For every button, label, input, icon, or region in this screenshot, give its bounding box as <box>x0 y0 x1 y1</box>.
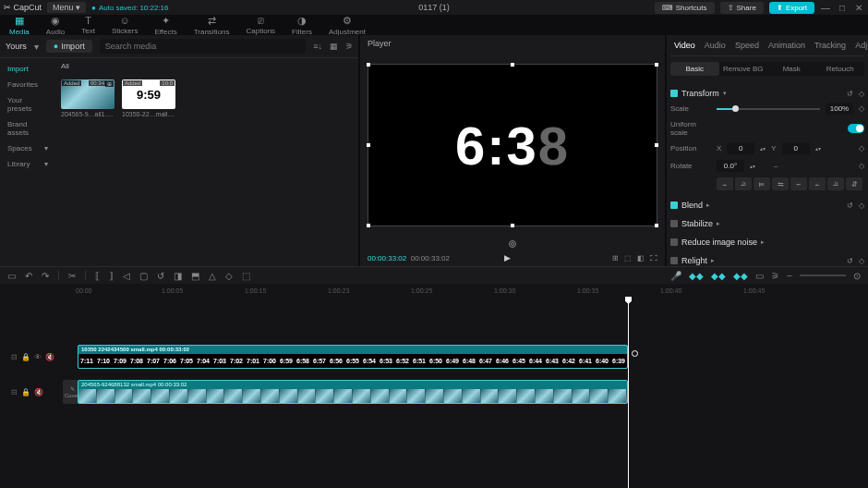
uniform-scale-toggle[interactable] <box>848 124 864 133</box>
zoom-slider[interactable] <box>800 274 846 276</box>
tab-adjustment[interactable]: ⚙Adjustment <box>325 13 369 38</box>
zoom-out-icon[interactable]: − <box>787 271 792 281</box>
maximize-icon[interactable]: □ <box>837 3 848 13</box>
trim-left-icon[interactable]: ⟦ <box>95 271 100 281</box>
tracks-area[interactable]: ⊟🔒👁🔇 10350 2242434500 small.mp4 00:00:33… <box>0 297 868 488</box>
align-right-icon[interactable]: ⫢ <box>753 177 770 190</box>
ratio-icon[interactable]: ⬚ <box>624 254 632 262</box>
pos-x-input[interactable]: 0 <box>727 142 754 154</box>
align-top-icon[interactable]: ⫟ <box>790 177 807 190</box>
timeline-clip[interactable]: 204565-924688132 small.mp4 00:00:33:02 <box>78 380 628 404</box>
checkbox-icon[interactable] <box>670 220 678 227</box>
mic-icon[interactable]: 🎤 <box>670 271 681 281</box>
collapse-icon[interactable]: ⊟ <box>11 388 18 396</box>
sidebar-item-spaces[interactable]: Spaces▾ <box>4 141 52 155</box>
relight-section[interactable]: Relight▸↺◇ <box>670 254 864 266</box>
tab-captions[interactable]: ⎚Captions <box>243 13 280 37</box>
scale-slider[interactable] <box>717 108 820 110</box>
transition-handle[interactable] <box>632 350 638 357</box>
resize-handle[interactable] <box>367 143 370 147</box>
align-bottom-icon[interactable]: ⫡ <box>827 177 844 190</box>
delete-left-icon[interactable]: ◁ <box>123 271 130 281</box>
preview-icon[interactable]: ▭ <box>755 271 764 281</box>
subtab-mask[interactable]: Mask <box>767 62 816 76</box>
mirror-icon[interactable]: ◨ <box>174 271 182 281</box>
blend-section[interactable]: Blend▸↺◇ <box>670 199 864 212</box>
magnet-main-icon[interactable]: ◆◆ <box>689 271 704 281</box>
resize-handle[interactable] <box>367 224 370 227</box>
inspector-tab-audio[interactable]: Audio <box>705 41 726 50</box>
grid-view-icon[interactable]: ▦ <box>330 42 338 51</box>
fullscreen-icon[interactable]: ⛶ <box>650 254 657 262</box>
filter-icon[interactable]: ⚞ <box>345 42 353 51</box>
mute-icon[interactable]: 🔇 <box>34 388 43 396</box>
share-button[interactable]: ⇪ Share <box>720 2 764 14</box>
sidebar-item-favorites[interactable]: Favorites <box>4 78 52 92</box>
timeline-ruler[interactable]: 00:00 1:00:05 1:00:15 1:00:23 1:00:25 1:… <box>0 284 868 297</box>
pos-y-input[interactable]: 0 <box>782 142 810 154</box>
minimize-icon[interactable]: — <box>820 3 831 13</box>
resize-handle[interactable] <box>655 63 658 67</box>
media-clip[interactable]: Added⊕00:34 204565-9…all1.mp4 <box>61 79 115 117</box>
timeline-clip[interactable]: 10350 2242434500 small.mp4 00:00:33:02 7… <box>78 345 628 369</box>
tab-audio[interactable]: ◉Audio <box>42 13 68 38</box>
trim-right-icon[interactable]: ⟧ <box>109 271 114 281</box>
inspector-tab-video[interactable]: Video <box>674 41 695 50</box>
freeze-icon[interactable]: ▢ <box>139 271 148 281</box>
import-button[interactable]: ●Import <box>46 40 92 53</box>
tab-text[interactable]: TText <box>78 13 99 37</box>
checkbox-icon[interactable] <box>670 257 678 264</box>
transform-tool-icon[interactable]: ⬚ <box>242 271 250 281</box>
stabilize-section[interactable]: Stabilize▸ <box>670 217 864 230</box>
keyframe-icon[interactable]: ◇ <box>859 144 864 152</box>
inspector-tab-animation[interactable]: Animation <box>768 41 805 50</box>
link-icon[interactable]: ◆◆ <box>733 271 748 281</box>
resize-handle[interactable] <box>367 63 370 67</box>
tab-transitions[interactable]: ⇄Transitions <box>190 13 234 38</box>
resize-handle[interactable] <box>655 224 658 227</box>
zoom-in-icon[interactable]: ⊙ <box>853 271 861 281</box>
reset-icon[interactable]: ↺ <box>847 201 853 210</box>
subtab-basic[interactable]: Basic <box>670 62 719 76</box>
add-icon[interactable]: ⊕ <box>105 80 114 87</box>
yours-filter[interactable]: Yours <box>6 42 27 51</box>
sort-icon[interactable]: ≡↓ <box>313 42 322 51</box>
flip-h-icon[interactable]: ⇋ <box>772 177 789 190</box>
redo-icon[interactable]: ↷ <box>42 271 49 281</box>
scale-value[interactable]: 100% <box>826 103 853 115</box>
split-icon[interactable]: ✂ <box>68 271 76 281</box>
reset-icon[interactable]: ↺ <box>847 257 853 265</box>
export-button[interactable]: ⬆ Export <box>769 2 814 14</box>
select-tool-icon[interactable]: ▭ <box>7 271 16 281</box>
flip-v-icon[interactable]: ⇵ <box>846 177 862 190</box>
compare-icon[interactable]: ◧ <box>637 254 645 262</box>
inspector-tab-adjustment[interactable]: Adjustment <box>855 41 868 50</box>
inspector-tab-speed[interactable]: Speed <box>735 41 759 50</box>
subtab-removebg[interactable]: Remove BG <box>719 62 768 76</box>
search-input[interactable] <box>100 39 307 54</box>
track-settings-icon[interactable]: ⚞ <box>771 271 779 281</box>
sidebar-item-library[interactable]: Library▾ <box>4 157 52 171</box>
playhead[interactable] <box>628 297 629 488</box>
sidebar-item-import[interactable]: Import <box>4 62 52 76</box>
crop-icon[interactable]: ⬒ <box>191 271 199 281</box>
media-clip[interactable]: 9:59Added10:0 10350-22…mall.mp4 <box>122 79 175 117</box>
align-center-h-icon[interactable]: ⫡ <box>735 177 752 190</box>
tab-media[interactable]: ▦Media <box>6 13 33 38</box>
subtab-retouch[interactable]: Retouch <box>816 62 865 76</box>
warning-icon[interactable]: △ <box>209 271 216 281</box>
keyframe-icon[interactable]: ◇ <box>859 162 864 170</box>
magnet-icon[interactable]: ◆◆ <box>711 271 726 281</box>
lock-icon[interactable]: 🔒 <box>21 388 30 396</box>
tab-filters[interactable]: ◑Filters <box>288 13 316 38</box>
keyframe-icon[interactable]: ◇ <box>859 90 864 98</box>
resize-handle[interactable] <box>511 224 514 227</box>
shortcuts-button[interactable]: ⌨ Shortcuts <box>655 2 715 14</box>
resize-handle[interactable] <box>511 63 514 67</box>
checkbox-icon[interactable] <box>670 201 678 209</box>
keyframe-icon[interactable]: ◇ <box>859 257 864 265</box>
reverse-icon[interactable]: ↺ <box>157 271 164 281</box>
preview-quality-icon[interactable]: ⊞ <box>612 254 619 262</box>
resize-handle[interactable] <box>655 143 658 147</box>
checkbox-icon[interactable] <box>670 238 678 246</box>
